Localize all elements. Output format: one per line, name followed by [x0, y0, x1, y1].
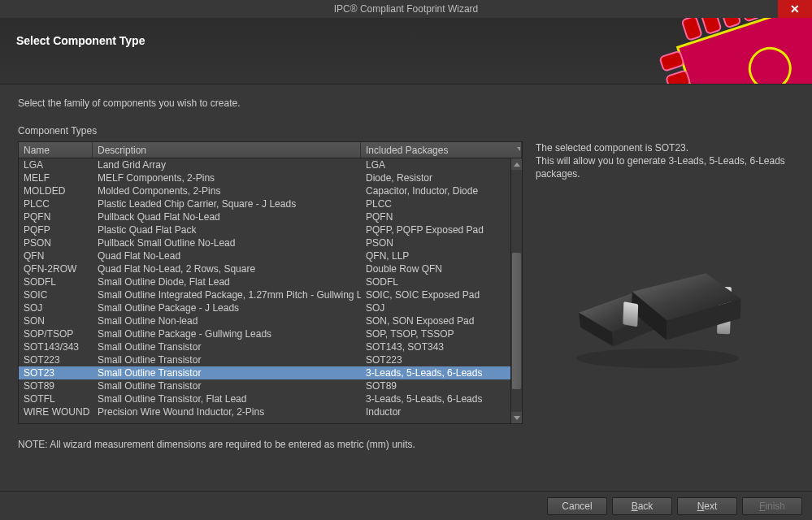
note-text: NOTE: All wizard measurement dimensions …	[18, 439, 794, 450]
table-row[interactable]: MELFMELF Components, 2-PinsDiode, Resist…	[19, 171, 510, 184]
cell-packages: SON, SON Exposed Pad	[361, 315, 510, 327]
cell-name: SOIC	[19, 289, 93, 301]
cell-description: Plastic Quad Flat Pack	[93, 224, 361, 236]
cell-packages: PQFP, PQFP Exposed Pad	[361, 224, 510, 236]
cell-name: SOTFL	[19, 393, 93, 405]
cell-packages: SOP, TSOP, TSSOP	[361, 328, 510, 340]
column-header-packages[interactable]: Included Packages	[361, 142, 522, 158]
column-header-description[interactable]: Description	[93, 142, 361, 158]
cell-description: Small Outline Diode, Flat Lead	[93, 276, 361, 288]
cell-packages: Inductor	[361, 406, 510, 418]
cell-description: Precision Wire Wound Inductor, 2-Pins	[93, 406, 361, 418]
cell-description: Molded Components, 2-Pins	[93, 185, 361, 197]
table-body: LGALand Grid ArrayLGAMELFMELF Components…	[19, 158, 522, 423]
scroll-thumb[interactable]	[512, 253, 521, 389]
cell-packages: PLCC	[361, 198, 510, 210]
close-icon: ✕	[790, 2, 800, 15]
cell-description: Quad Flat No-Lead	[93, 250, 361, 262]
column-header-name[interactable]: Name	[19, 142, 93, 158]
cell-name: SOJ	[19, 302, 93, 314]
table-row[interactable]: SOICSmall Outline Integrated Package, 1.…	[19, 288, 510, 301]
cell-name: SOT143/343	[19, 341, 93, 353]
table-row[interactable]: WIRE WOUNDPrecision Wire Wound Inductor,…	[19, 405, 510, 418]
cell-description: Small Outline Integrated Package, 1.27mm…	[93, 289, 361, 301]
cell-description: Pullback Quad Flat No-Lead	[93, 211, 361, 223]
chevron-down-icon	[514, 416, 520, 420]
wizard-footer: Cancel Back Next Finish	[0, 491, 812, 520]
cancel-button[interactable]: Cancel	[547, 497, 607, 515]
table-row[interactable]: SOT23Small Outline Transistor3-Leads, 5-…	[19, 366, 510, 379]
scroll-down-button[interactable]	[511, 412, 522, 423]
cell-name: PSON	[19, 237, 93, 249]
table-row[interactable]: SOT89Small Outline TransistorSOT89	[19, 379, 510, 392]
back-button[interactable]: Back	[612, 497, 672, 515]
cell-name: PLCC	[19, 198, 93, 210]
cell-packages: SOT89	[361, 380, 510, 392]
pcb-decorative-art	[601, 18, 812, 84]
cell-name: SOT89	[19, 380, 93, 392]
table-row[interactable]: SOT143/343Small Outline TransistorSOT143…	[19, 340, 510, 353]
table-row[interactable]: PQFNPullback Quad Flat No-LeadPQFN	[19, 210, 510, 223]
cell-description: Pullback Small Outline No-Lead	[93, 237, 361, 249]
table-row[interactable]: QFNQuad Flat No-LeadQFN, LLP	[19, 249, 510, 262]
svg-rect-3	[701, 18, 721, 34]
cell-name: LGA	[19, 159, 93, 171]
table-row[interactable]: SOT223Small Outline TransistorSOT223	[19, 353, 510, 366]
cell-packages: PQFN	[361, 211, 510, 223]
cell-packages: SODFL	[361, 276, 510, 288]
cell-name: PQFN	[19, 211, 93, 223]
cell-name: SODFL	[19, 276, 93, 288]
table-row[interactable]: PSONPullback Small Outline No-LeadPSON	[19, 236, 510, 249]
table-row[interactable]: SONSmall Outline Non-leadSON, SON Expose…	[19, 314, 510, 327]
component-preview	[536, 230, 779, 392]
svg-rect-20	[623, 301, 638, 327]
cell-description: Plastic Leaded Chip Carrier, Square - J …	[93, 198, 361, 210]
wizard-content: Select the family of components you wish…	[0, 84, 812, 471]
svg-point-21	[576, 349, 739, 368]
table-row[interactable]: SOJSmall Outline Package - J LeadsSOJ	[19, 301, 510, 314]
cell-packages: SOT143, SOT343	[361, 341, 510, 353]
svg-rect-8	[659, 51, 684, 72]
cell-description: Quad Flat No-Lead, 2 Rows, Square	[93, 263, 361, 275]
cell-description: Small Outline Package - J Leads	[93, 302, 361, 314]
table-scrollbar[interactable]	[510, 158, 522, 423]
cell-name: SON	[19, 315, 93, 327]
svg-rect-4	[720, 18, 740, 28]
cell-description: Small Outline Package - Gullwing Leads	[93, 328, 361, 340]
cell-packages: 3-Leads, 5-Leads, 6-Leads	[361, 393, 510, 405]
info-line-2: This will allow you to generate 3-Leads,…	[536, 154, 794, 180]
scroll-up-button[interactable]	[511, 158, 522, 170]
cell-description: Small Outline Transistor	[93, 380, 361, 392]
cell-name: QFN-2ROW	[19, 263, 93, 275]
table-row[interactable]: QFN-2ROWQuad Flat No-Lead, 2 Rows, Squar…	[19, 262, 510, 275]
instruction-text: Select the family of components you wish…	[18, 98, 794, 109]
cell-packages: Capacitor, Inductor, Diode	[361, 185, 510, 197]
cell-packages: QFN, LLP	[361, 250, 510, 262]
cell-description: Small Outline Transistor	[93, 354, 361, 366]
cell-description: Small Outline Transistor	[93, 341, 361, 353]
info-line-1: The selected component is SOT23.	[536, 141, 794, 154]
cell-packages: SOT223	[361, 354, 510, 366]
cell-packages: LGA	[361, 159, 510, 171]
table-row[interactable]: PLCCPlastic Leaded Chip Carrier, Square …	[19, 197, 510, 210]
close-button[interactable]: ✕	[778, 0, 812, 18]
table-header: Name Description Included Packages	[19, 142, 522, 158]
finish-button: Finish	[742, 497, 802, 515]
cell-name: MELF	[19, 172, 93, 184]
cell-packages: SOIC, SOIC Exposed Pad	[361, 289, 510, 301]
table-row[interactable]: SOTFLSmall Outline Transistor, Flat Lead…	[19, 392, 510, 405]
cell-name: QFN	[19, 250, 93, 262]
svg-rect-2	[682, 18, 702, 41]
cell-name: SOT223	[19, 354, 93, 366]
svg-rect-9	[666, 70, 690, 84]
table-row[interactable]: SODFLSmall Outline Diode, Flat LeadSODFL	[19, 275, 510, 288]
cell-description: MELF Components, 2-Pins	[93, 172, 361, 184]
table-row[interactable]: MOLDEDMolded Components, 2-PinsCapacitor…	[19, 184, 510, 197]
info-panel: The selected component is SOT23. This wi…	[536, 141, 794, 424]
table-row[interactable]: PQFPPlastic Quad Flat PackPQFP, PQFP Exp…	[19, 223, 510, 236]
next-button[interactable]: Next	[677, 497, 737, 515]
cell-description: Land Grid Array	[93, 159, 361, 171]
table-row[interactable]: LGALand Grid ArrayLGA	[19, 158, 510, 171]
table-label: Component Types	[18, 125, 794, 136]
table-row[interactable]: SOP/TSOPSmall Outline Package - Gullwing…	[19, 327, 510, 340]
